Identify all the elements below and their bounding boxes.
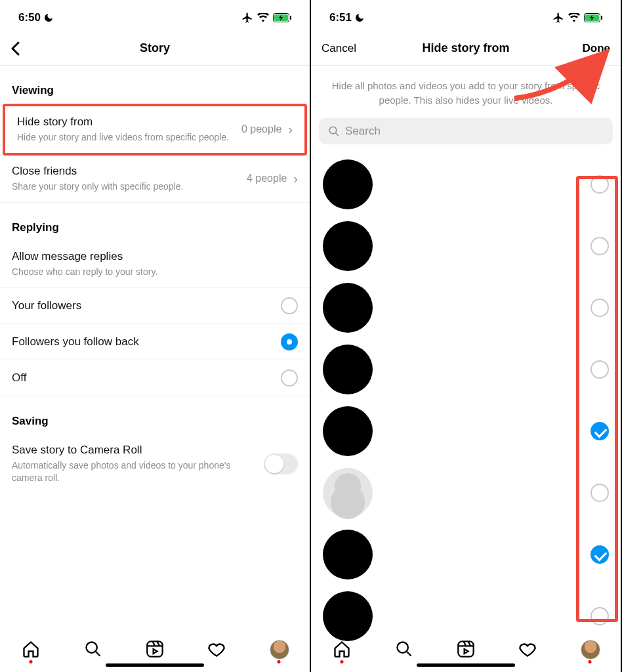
wifi-icon	[257, 13, 269, 22]
tab-activity[interactable]	[207, 640, 226, 658]
status-bar: 6:51	[311, 0, 621, 32]
tab-bar	[0, 620, 310, 672]
svg-rect-2	[290, 16, 291, 20]
allow-replies-sub: Choose who can reply to your story.	[12, 266, 298, 278]
radio-icon	[281, 333, 298, 350]
home-indicator	[106, 663, 204, 667]
page-title: Hide story from	[361, 41, 571, 55]
status-time: 6:50	[18, 11, 54, 24]
user-row[interactable]	[311, 215, 621, 277]
back-button[interactable]	[10, 41, 50, 56]
tab-activity[interactable]	[518, 640, 537, 658]
moon-icon	[354, 12, 365, 23]
reply-option-followers[interactable]: Your followers	[0, 288, 310, 324]
battery-icon	[273, 13, 291, 22]
svg-point-3	[86, 642, 96, 653]
radio-icon	[281, 297, 298, 314]
allow-replies-row: Allow message replies Choose who can rep…	[0, 241, 310, 288]
toggle-switch[interactable]	[264, 453, 298, 474]
hide-story-title: Hide story from	[17, 116, 235, 129]
reply-option-follow-back[interactable]: Followers you follow back	[0, 324, 310, 360]
svg-point-9	[397, 642, 407, 653]
user-row[interactable]	[311, 400, 621, 462]
status-icons	[552, 12, 602, 24]
tab-search[interactable]	[84, 640, 102, 658]
checkbox-icon[interactable]	[591, 299, 609, 317]
done-button[interactable]: Done	[571, 42, 610, 55]
notification-dot	[341, 660, 344, 663]
reply-option-off[interactable]: Off	[0, 360, 310, 396]
wifi-icon	[568, 13, 580, 22]
user-row[interactable]	[311, 339, 621, 400]
reply-opt1-label: Your followers	[12, 299, 81, 312]
profile-avatar-icon	[581, 640, 600, 660]
status-icons	[241, 12, 291, 24]
nav-header: Cancel Hide story from Done	[311, 32, 621, 66]
hide-story-sub: Hide your story and live videos from spe…	[17, 131, 235, 144]
reply-opt3-label: Off	[12, 371, 26, 385]
search-placeholder: Search	[345, 125, 381, 138]
tab-search[interactable]	[395, 640, 413, 658]
checkbox-icon[interactable]	[591, 237, 609, 255]
section-saving-heading: Saving	[0, 396, 310, 434]
user-list	[311, 154, 621, 647]
tab-reels[interactable]	[457, 640, 475, 658]
user-row[interactable]	[311, 277, 621, 339]
user-row[interactable]	[311, 462, 621, 524]
user-row[interactable]	[311, 524, 621, 585]
save-camera-roll-row[interactable]: Save story to Camera Roll Automatically …	[0, 434, 310, 494]
tab-bar	[311, 620, 621, 672]
avatar	[323, 406, 373, 456]
airplane-icon	[241, 12, 253, 24]
avatar	[323, 345, 373, 394]
hide-story-from-row[interactable]: Hide story from Hide your story and live…	[5, 106, 304, 153]
moon-icon	[43, 12, 54, 23]
checkbox-icon[interactable]	[591, 484, 609, 502]
checkbox-icon[interactable]	[591, 175, 609, 194]
avatar	[323, 468, 373, 518]
home-indicator	[417, 663, 515, 667]
avatar	[323, 221, 373, 271]
section-replying-heading: Replying	[0, 203, 310, 241]
tab-profile[interactable]	[270, 640, 288, 658]
svg-point-8	[329, 127, 337, 134]
chevron-right-icon: ›	[288, 122, 293, 137]
cancel-button[interactable]: Cancel	[321, 42, 361, 55]
reply-opt2-label: Followers you follow back	[12, 335, 139, 348]
status-bar: 6:50	[0, 0, 310, 32]
avatar	[323, 283, 373, 333]
search-icon	[328, 125, 340, 137]
tab-profile[interactable]	[581, 640, 599, 658]
story-settings-screen: 6:50 Story Viewing Hide story from Hide …	[0, 0, 311, 672]
save-title: Save story to Camera Roll	[12, 444, 257, 457]
avatar	[323, 159, 373, 209]
checkbox-icon[interactable]	[591, 545, 609, 564]
clock-text: 6:51	[329, 11, 352, 24]
user-row[interactable]	[311, 154, 621, 215]
close-friends-value: 4 people	[247, 173, 287, 184]
radio-icon	[281, 369, 298, 387]
close-friends-sub: Share your story only with specific peop…	[12, 180, 240, 193]
highlight-box: Hide story from Hide your story and live…	[3, 104, 307, 156]
close-friends-row[interactable]: Close friends Share your story only with…	[0, 156, 310, 203]
avatar	[323, 530, 373, 579]
notification-dot	[588, 660, 591, 663]
checkbox-icon[interactable]	[591, 360, 609, 379]
tab-home[interactable]	[22, 640, 40, 658]
profile-avatar-icon	[270, 640, 289, 660]
allow-replies-title: Allow message replies	[12, 250, 298, 263]
tab-reels[interactable]	[146, 640, 164, 658]
svg-rect-10	[458, 641, 473, 656]
nav-header: Story	[0, 32, 310, 66]
svg-rect-7	[601, 16, 602, 20]
tab-home[interactable]	[333, 640, 351, 658]
section-viewing-heading: Viewing	[0, 66, 310, 104]
notification-dot	[277, 660, 280, 663]
checkbox-icon[interactable]	[591, 422, 609, 440]
status-time: 6:51	[329, 11, 365, 24]
search-input[interactable]: Search	[319, 118, 613, 144]
description-text: Hide all photos and videos you add to yo…	[311, 66, 621, 118]
page-title: Story	[50, 41, 260, 55]
hide-story-value: 0 people	[241, 123, 281, 135]
clock-text: 6:50	[18, 11, 41, 24]
